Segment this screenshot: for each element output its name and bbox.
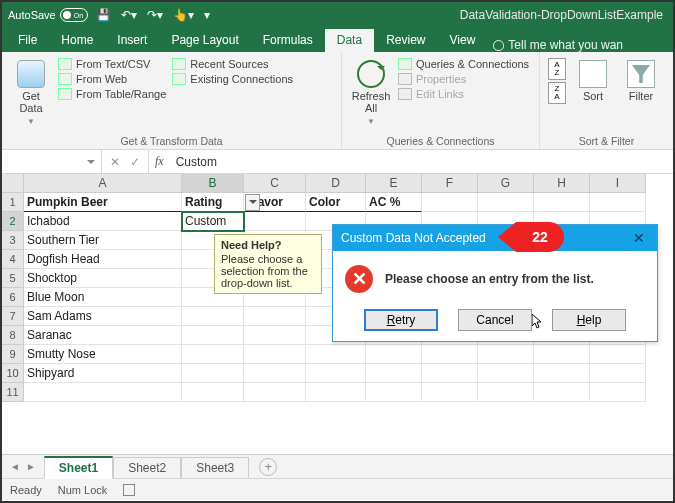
undo-icon[interactable]: ↶▾	[121, 8, 137, 22]
row-header[interactable]: 4	[2, 250, 24, 269]
row-header[interactable]: 11	[2, 383, 24, 402]
cell[interactable]	[590, 364, 646, 383]
cell[interactable]	[182, 383, 244, 402]
cell[interactable]	[182, 326, 244, 345]
retry-button[interactable]: Retry	[364, 309, 438, 331]
cell[interactable]	[534, 193, 590, 212]
cell[interactable]	[478, 383, 534, 402]
cell[interactable]	[182, 307, 244, 326]
tab-insert[interactable]: Insert	[105, 29, 159, 52]
cell[interactable]	[182, 345, 244, 364]
cell[interactable]	[24, 383, 182, 402]
new-sheet-button[interactable]: +	[259, 458, 277, 476]
autosave-toggle[interactable]: On	[60, 8, 88, 22]
formula-input[interactable]: Custom	[170, 150, 673, 173]
macro-record-icon[interactable]	[123, 484, 135, 496]
cell-dropdown-button[interactable]	[245, 194, 260, 211]
sort-asc-button[interactable]: AZ	[548, 58, 566, 80]
cell[interactable]	[366, 383, 422, 402]
row-header[interactable]: 7	[2, 307, 24, 326]
cell[interactable]	[422, 193, 478, 212]
cell[interactable]	[182, 364, 244, 383]
cell[interactable]	[590, 383, 646, 402]
tab-home[interactable]: Home	[49, 29, 105, 52]
from-web-button[interactable]: From Web	[58, 73, 166, 85]
recent-sources-button[interactable]: Recent Sources	[172, 58, 293, 70]
qat-customize-icon[interactable]: ▾	[204, 8, 210, 22]
sort-desc-button[interactable]: ZA	[548, 82, 566, 104]
dialog-title-bar[interactable]: Custom Data Not Accepted ✕	[333, 225, 657, 251]
redo-icon[interactable]: ↷▾	[147, 8, 163, 22]
row-header[interactable]: 10	[2, 364, 24, 383]
sheet-nav-prev-icon[interactable]: ◄	[10, 461, 20, 472]
tab-view[interactable]: View	[438, 29, 488, 52]
spreadsheet-grid[interactable]: ABCDEFGHI 1234567891011 Pumpkin BeerRati…	[2, 174, 673, 454]
enter-formula-icon[interactable]: ✓	[130, 155, 140, 169]
existing-connections-button[interactable]: Existing Connections	[172, 73, 293, 85]
cell[interactable]: Sam Adams	[24, 307, 182, 326]
tab-review[interactable]: Review	[374, 29, 437, 52]
row-header[interactable]: 8	[2, 326, 24, 345]
row-header[interactable]: 1	[2, 193, 24, 212]
cell[interactable]	[478, 364, 534, 383]
cell[interactable]	[534, 383, 590, 402]
cell[interactable]	[590, 193, 646, 212]
touch-mode-icon[interactable]: 👆▾	[173, 8, 194, 22]
row-header[interactable]: 3	[2, 231, 24, 250]
column-header[interactable]: H	[534, 174, 590, 193]
sheet-tab-1[interactable]: Sheet1	[44, 456, 113, 479]
column-header[interactable]: F	[422, 174, 478, 193]
cell[interactable]: Ichabod	[24, 212, 182, 231]
help-button[interactable]: Help	[552, 309, 626, 331]
column-header[interactable]: D	[306, 174, 366, 193]
cell[interactable]	[534, 364, 590, 383]
cell[interactable]	[366, 345, 422, 364]
cell[interactable]: Custom	[182, 212, 244, 231]
cell[interactable]: Rating	[182, 193, 244, 212]
cell[interactable]: Dogfish Head	[24, 250, 182, 269]
sort-button[interactable]: Sort	[572, 56, 614, 102]
cell[interactable]	[422, 383, 478, 402]
cell[interactable]	[244, 383, 306, 402]
save-icon[interactable]: 💾	[96, 8, 111, 22]
tell-me-search[interactable]: Tell me what you wan	[493, 38, 623, 52]
column-header[interactable]: A	[24, 174, 182, 193]
get-data-button[interactable]: Get Data▼	[10, 56, 52, 128]
cell[interactable]	[244, 364, 306, 383]
cell[interactable]	[478, 345, 534, 364]
dialog-close-icon[interactable]: ✕	[629, 230, 649, 246]
cell[interactable]	[306, 383, 366, 402]
refresh-all-button[interactable]: Refresh All▼	[350, 56, 392, 128]
cell[interactable]	[244, 345, 306, 364]
from-text-csv-button[interactable]: From Text/CSV	[58, 58, 166, 70]
sheet-tab-2[interactable]: Sheet2	[113, 457, 181, 478]
sheet-tab-3[interactable]: Sheet3	[181, 457, 249, 478]
cell[interactable]: Smutty Nose	[24, 345, 182, 364]
column-header[interactable]: E	[366, 174, 422, 193]
row-header[interactable]: 9	[2, 345, 24, 364]
select-all-corner[interactable]	[2, 174, 24, 193]
sheet-nav-next-icon[interactable]: ►	[26, 461, 36, 472]
cell[interactable]: Shipyard	[24, 364, 182, 383]
cell[interactable]	[366, 364, 422, 383]
tab-data[interactable]: Data	[325, 29, 374, 52]
column-header[interactable]: B	[182, 174, 244, 193]
row-header[interactable]: 2	[2, 212, 24, 231]
filter-button[interactable]: Filter	[620, 56, 662, 102]
queries-connections-button[interactable]: Queries & Connections	[398, 58, 529, 70]
cell[interactable]	[534, 345, 590, 364]
tab-file[interactable]: File	[6, 29, 49, 52]
cell[interactable]	[422, 364, 478, 383]
cell[interactable]	[244, 326, 306, 345]
tab-formulas[interactable]: Formulas	[251, 29, 325, 52]
cell[interactable]: Shocktop	[24, 269, 182, 288]
cell[interactable]: AC %	[366, 193, 422, 212]
column-header[interactable]: C	[244, 174, 306, 193]
cell[interactable]	[422, 345, 478, 364]
cell[interactable]	[306, 364, 366, 383]
cancel-button[interactable]: Cancel	[458, 309, 532, 331]
tab-page-layout[interactable]: Page Layout	[159, 29, 250, 52]
cell[interactable]: Blue Moon	[24, 288, 182, 307]
cell[interactable]: Southern Tier	[24, 231, 182, 250]
column-header[interactable]: G	[478, 174, 534, 193]
